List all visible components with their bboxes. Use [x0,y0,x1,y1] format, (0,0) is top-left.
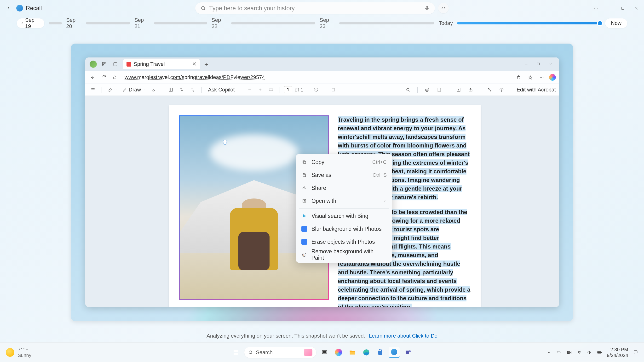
tab-bar: Spring Travel ✕ ＋ [85,57,559,71]
browser-tab[interactable]: Spring Travel ✕ [123,59,200,69]
recall-logo-icon [16,5,23,11]
tray-language-icon[interactable]: EN [566,350,572,355]
browser-back-button[interactable] [89,73,97,81]
share-icon [302,185,307,191]
highlight-button[interactable] [106,86,118,93]
rotate-button[interactable] [312,87,320,93]
svg-rect-16 [171,88,172,91]
page-view-button[interactable] [166,86,175,93]
close-button[interactable] [633,5,640,11]
translate-button[interactable] [188,86,197,93]
ctx-share[interactable]: Share [296,181,392,194]
weather-temp: 71°F [18,347,32,353]
ctx-save-as[interactable]: Save as Ctrl+S [296,169,392,181]
shopping-icon[interactable] [514,73,523,81]
open-with-icon [302,198,307,204]
svg-rect-8 [102,65,104,66]
ctx-erase-objects[interactable]: Erase objects with Photos [296,235,392,248]
find-button[interactable] [404,87,412,93]
teams-app[interactable] [402,347,414,358]
timeline-segment[interactable] [231,22,315,24]
copilot-icon[interactable] [549,74,556,81]
timeline-date-label: Sep 19 [25,17,40,29]
timeline-segment[interactable] [86,22,130,24]
settings-button[interactable] [497,86,506,93]
favorites-button[interactable] [526,73,534,81]
browser-maximize-button[interactable] [537,62,540,66]
workspaces-icon[interactable] [100,60,108,68]
zoom-out-button[interactable] [246,87,254,93]
save-button[interactable] [435,86,444,93]
browser-refresh-button[interactable] [100,73,108,81]
ctx-blur-background[interactable]: Blur background with Photos [296,222,392,235]
timeline-start-date[interactable]: Sep 19 [17,18,44,28]
ctx-open-with[interactable]: Open with [296,194,392,207]
ctx-visual-search-bing[interactable]: Visual search with Bing [296,210,392,222]
svg-point-27 [302,253,306,257]
tray-notifications-icon[interactable] [633,350,638,355]
tray-battery-icon[interactable] [597,350,602,355]
save-icon [302,172,307,178]
recall-app[interactable] [388,347,400,358]
chevron-left-icon [20,21,24,25]
timeline-now-button[interactable]: Now [605,18,627,28]
browser-close-button[interactable] [549,62,552,66]
microphone-icon[interactable] [424,5,430,11]
search-box[interactable] [195,2,435,14]
page-layout-button[interactable] [329,87,337,93]
ask-copilot-button[interactable]: Ask Copilot [206,86,236,94]
weather-icon [6,348,14,357]
tray-volume-icon[interactable] [587,350,592,355]
weather-widget[interactable]: 71°F Sunny [6,347,32,358]
erase-button[interactable] [149,86,158,93]
timeline-expand-button[interactable] [438,3,449,13]
contents-button[interactable] [89,86,97,93]
read-aloud-button[interactable] [178,86,186,93]
zoom-in-button[interactable] [256,87,264,93]
fullscreen-button[interactable] [486,87,494,93]
fit-width-button[interactable] [267,86,275,93]
page-number-input[interactable] [284,86,292,93]
taskbar-search[interactable]: Search [244,347,316,358]
print-button[interactable] [423,86,432,93]
timeline-segment[interactable] [339,22,434,24]
file-explorer-app[interactable] [347,347,358,358]
copy-icon [302,159,307,165]
timeline-knob[interactable] [597,20,603,26]
svg-rect-20 [426,88,428,89]
timeline-segment[interactable] [154,22,207,24]
copilot-app[interactable] [333,347,344,358]
back-button[interactable] [5,4,14,12]
maximize-button[interactable] [620,5,626,11]
timeline-segment-today[interactable] [457,22,601,24]
ctx-copy[interactable]: Copy Ctrl+C [296,156,392,169]
draw-button[interactable]: Draw [121,86,146,94]
share-pdf-button[interactable] [466,86,475,93]
tray-onedrive-icon[interactable] [556,350,562,355]
edit-with-acrobat-button[interactable]: Edit with Acrobat [516,87,556,93]
url-field[interactable]: www.margiestravel.com/springtravelideas/… [122,73,512,82]
profile-avatar[interactable] [90,60,97,68]
browser-more-button[interactable] [538,73,546,81]
edge-app[interactable] [361,347,372,358]
browser-minimize-button[interactable] [524,62,528,66]
tab-actions-icon[interactable] [112,60,119,68]
timeline-segment[interactable] [49,22,62,24]
site-info-button[interactable] [111,73,119,81]
ctx-remove-background[interactable]: Remove background with Paint [296,248,392,261]
learn-more-link[interactable]: Learn more about Click to Do [369,333,438,339]
tray-clock[interactable]: 2:30 PM 9/24/2024 [607,347,628,358]
tab-close-button[interactable]: ✕ [192,61,196,67]
new-tab-button[interactable]: ＋ [203,60,210,68]
tray-wifi-icon[interactable] [577,350,582,355]
tray-chevron-icon[interactable] [546,350,552,355]
start-button[interactable] [230,347,242,358]
task-view-button[interactable] [319,347,330,358]
store-app[interactable] [375,347,386,358]
add-text-button[interactable] [454,86,463,93]
svg-rect-17 [269,89,273,90]
timeline[interactable]: Sep 19 Sep 20 Sep 21 Sep 22 Sep 23 Today… [0,16,644,30]
more-button[interactable] [593,5,600,11]
search-input[interactable] [209,5,424,12]
minimize-button[interactable] [606,5,613,11]
